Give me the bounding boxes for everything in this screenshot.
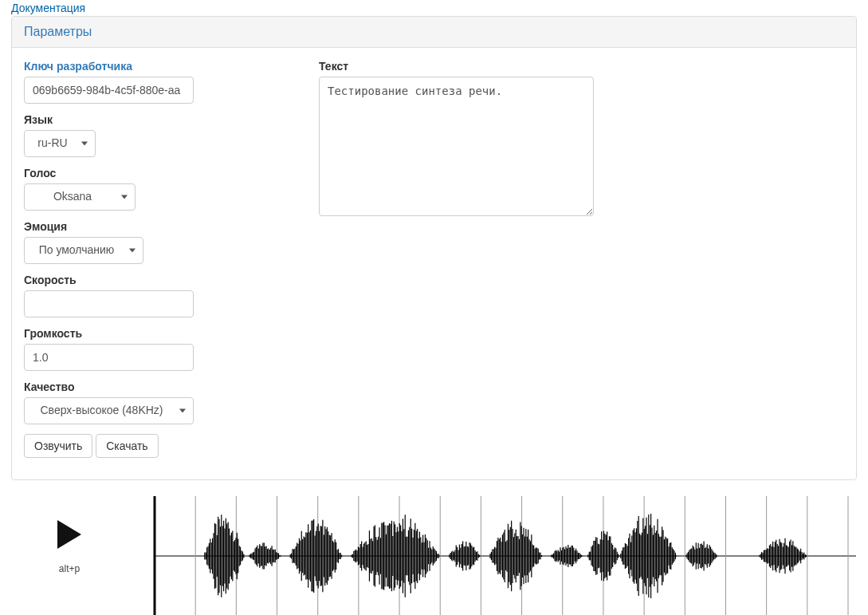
volume-input[interactable] (24, 344, 194, 371)
dev-key-label: Ключ разработчика (24, 60, 303, 73)
parameters-panel: Параметры Ключ разработчика Язык ru-RU Г… (11, 16, 857, 480)
quality-select[interactable]: Сверх-высокое (48KHz) (24, 397, 194, 424)
play-shortcut-hint: alt+p (26, 563, 113, 574)
waveform-area: alt+p тестированиесинтезаречи. 0.000.100… (11, 496, 857, 615)
emotion-label: Эмоция (24, 220, 303, 233)
text-label: Текст (319, 60, 844, 73)
dev-key-input[interactable] (24, 77, 194, 104)
waveform[interactable]: тестированиесинтезаречи. 0.000.100.200.3… (131, 496, 856, 615)
documentation-link[interactable]: Документация (11, 2, 85, 14)
emotion-select[interactable]: По умолчанию (24, 237, 143, 264)
text-input[interactable] (319, 77, 594, 216)
speed-label: Скорость (24, 274, 303, 286)
speak-button[interactable]: Озвучить (24, 434, 92, 458)
voice-select[interactable]: Oksana (24, 183, 136, 211)
panel-title: Параметры (12, 17, 856, 48)
quality-label: Качество (24, 380, 303, 393)
volume-label: Громкость (24, 327, 303, 340)
download-button[interactable]: Скачать (96, 434, 159, 458)
voice-label: Голос (24, 167, 303, 179)
dev-key-label-link[interactable]: Ключ разработчика (24, 60, 132, 73)
lang-label: Язык (24, 113, 303, 126)
lang-select[interactable]: ru-RU (24, 130, 96, 157)
speed-input[interactable] (24, 290, 194, 317)
play-button[interactable] (57, 520, 81, 549)
